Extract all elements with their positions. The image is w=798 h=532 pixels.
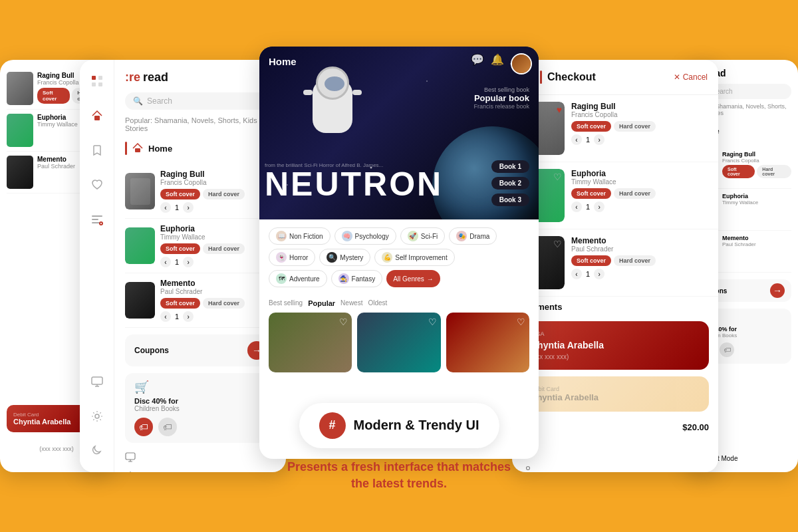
hero-avatar[interactable] [511,53,532,74]
checkout-heart-2[interactable]: ♡ [553,172,562,182]
filter-newest[interactable]: Newest [340,299,362,307]
checkout-book-info-3: Memento Paul Schrader Soft cover Hard co… [571,236,709,289]
filter-best-selling[interactable]: Best selling [269,299,303,307]
book-card-heart-2[interactable]: ♡ [428,317,437,327]
qty-inc-2[interactable]: › [183,257,194,267]
checkout-heart-1[interactable]: ♥ [557,104,562,115]
qty-inc-3[interactable]: › [183,311,194,322]
book-soft-btn-2[interactable]: Soft cover [160,243,200,254]
far-left-soft-1[interactable]: Soft cover [37,88,70,104]
checkout-hard-3[interactable]: Hard cover [614,255,656,266]
checkout-qty-dec-2[interactable]: ‹ [571,201,582,212]
book-item-3: Memento Paul Schrader Soft cover Hard co… [125,273,275,328]
far-right-soft-1[interactable]: Soft cover [722,165,755,178]
checkout-heart-3[interactable]: ♡ [553,239,562,249]
coupons-bar[interactable]: Coupons → [125,334,275,366]
popular-text: Popular: Shamania, Novels, Shorts, Kids … [125,116,275,132]
cancel-btn[interactable]: ✕ Cancel [674,72,708,82]
price-row: $20.00 [512,418,718,436]
book-card-2[interactable]: ♡ [357,313,440,372]
books-section: Best selling Popular Newest Oldest ♡ ♡ ♡ [259,299,539,372]
arm-right [352,90,362,95]
hero-text-area: Best selling book Popular book Francis r… [473,86,529,110]
qty-dec-2[interactable]: ‹ [160,257,171,267]
book-soft-btn-1[interactable]: Soft cover [160,189,200,200]
svg-rect-3 [98,82,102,86]
book-hard-btn-1[interactable]: Hard cover [203,189,245,200]
book-soft-btn-3[interactable]: Soft cover [160,298,200,309]
search-bar[interactable]: 🔍 Search [125,92,275,110]
checkout-soft-1[interactable]: Soft cover [571,121,611,132]
right-monitor-nav[interactable] [523,442,708,458]
book-card-heart-1[interactable]: ♡ [339,317,348,327]
qty-ctrl-2: ‹ 1 › [160,257,275,267]
sidebar-icon-settings[interactable] [86,406,108,427]
book-card-heart-3[interactable]: ♡ [517,317,525,327]
discount-icon: 🛒 [134,380,266,394]
genre-mystery-label: Mystery [340,254,363,261]
genre-adventure-label: Adventure [289,275,320,283]
far-right-arrow[interactable]: → [770,283,785,298]
book-hard-btn-3[interactable]: Hard cover [203,298,245,309]
checkout-qty-1: 1 [586,136,590,144]
qty-dec-1[interactable]: ‹ [160,202,171,213]
checkout-soft-3[interactable]: Soft cover [571,255,611,266]
hero-bell-icon[interactable]: 🔔 [491,53,504,74]
qty-dec-3[interactable]: ‹ [160,311,171,322]
genre-psychology[interactable]: 🧠 Psychology [334,227,396,245]
genre-nonfiction[interactable]: 📖 Non Fiction [269,227,331,245]
filter-oldest[interactable]: Oldest [368,299,387,307]
sidebar-icon-grid[interactable] [86,70,108,92]
far-left-author-2: Timmy Wallace [37,121,78,128]
checkout-qty-inc-1[interactable]: › [594,134,604,145]
sidebar-icon-bookmark[interactable] [86,140,108,161]
genre-scifi[interactable]: 🚀 Sci-Fi [400,227,446,245]
checkout-hard-2[interactable]: Hard cover [614,188,656,199]
sidebar-icon-home[interactable] [86,105,108,126]
far-right-title-3: Memento [722,235,756,241]
hero-francis-release: Francis release book [473,103,529,110]
book-hard-btn-2[interactable]: Hard cover [203,243,245,254]
astronaut-body [313,80,352,133]
svg-rect-5 [92,215,102,217]
genre-adventure[interactable]: 🗺 Adventure [269,270,327,287]
modern-trendy-badge: # Modern & Trendy UI [299,403,499,448]
checkout-soft-2[interactable]: Soft cover [571,188,611,199]
checkout-qty-inc-3[interactable]: › [594,269,604,279]
checkout-book-info-2: Euphoria Timmy Wallace Soft cover Hard c… [571,169,709,222]
checkout-qty-inc-2[interactable]: › [594,201,604,212]
checkout-hard-1[interactable]: Hard cover [614,121,656,132]
nav-home-label: Home [148,144,172,154]
genre-drama[interactable]: 🎭 Drama [449,227,497,245]
book-card-1[interactable]: ♡ [269,313,352,372]
hero-book1-btn[interactable]: Book 1 [491,160,529,173]
arm-left [303,90,313,95]
sidebar-icon-heart[interactable] [86,174,108,196]
svg-rect-0 [92,76,96,80]
hero-book2-btn[interactable]: Book 2 [491,177,529,190]
qty-inc-1[interactable]: › [183,202,194,213]
book-cover-3 [125,282,155,319]
book-card-3[interactable]: ♡ [446,313,529,372]
genre-selfimprovement[interactable]: 💪 Self Improvement [374,249,454,266]
filter-popular[interactable]: Popular [308,299,335,307]
hero-book3-btn[interactable]: Book 3 [491,194,529,206]
checkout-qty-dec-3[interactable]: ‹ [571,269,582,279]
sidebar-icon-plus[interactable] [86,209,108,230]
far-right-hard-1[interactable]: Hard cover [757,165,791,178]
nav-home[interactable]: Home [125,138,275,159]
checkout-qty-dec-1[interactable]: ‹ [571,134,582,145]
checkout-book-item-2: ♡ Euphoria Timmy Wallace Soft cover Hard… [512,162,718,229]
genre-horror[interactable]: 👻 Horror [269,249,315,266]
bottom-nav-settings[interactable] [125,467,275,472]
sidebar-icon-moon[interactable] [86,440,108,462]
book-info-3: Memento Paul Schrader Soft cover Hard co… [160,279,275,322]
all-genres-btn[interactable]: All Genres → [386,270,440,287]
sidebar-icon-monitor[interactable] [86,371,108,392]
right-settings-nav[interactable] [523,460,708,472]
genre-mystery[interactable]: 🔍 Mystery [319,249,370,266]
checkout-title-text: Checkout [547,71,596,83]
hero-chat-icon[interactable]: 💬 [471,53,484,74]
genre-fantasy[interactable]: 🧙 Fantasy [331,270,383,287]
bottom-nav-monitor[interactable] [125,448,275,467]
